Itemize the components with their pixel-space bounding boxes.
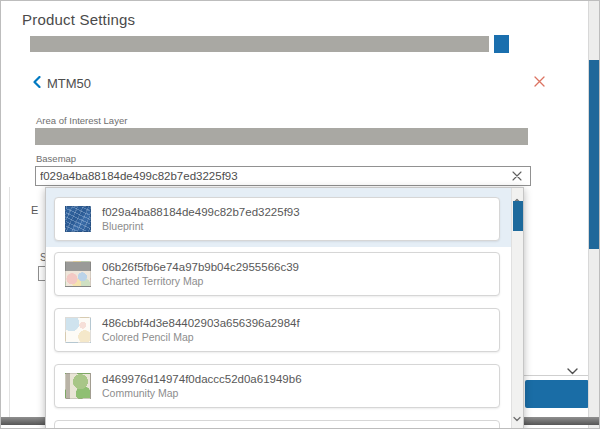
- progress-bar: [30, 36, 489, 52]
- basemap-item-id: f029a4ba88184de499c82b7ed3225f93: [102, 205, 300, 219]
- basemap-item-id: 06b26f5fb6e74a97b9b04c2955566c39: [102, 260, 299, 274]
- hidden-field-label-e: E: [31, 204, 38, 216]
- basemap-dropdown: f029a4ba88184de499c82b7ed3225f93 Bluepri…: [45, 187, 524, 429]
- basemap-item[interactable]: f029a4ba88184de499c82b7ed3225f93 Bluepri…: [54, 197, 500, 241]
- back-label: MTM50: [47, 76, 91, 91]
- product-settings-panel: Product Settings MTM50 Area of Interest …: [0, 0, 600, 429]
- primary-action-button[interactable]: [525, 380, 589, 408]
- back-button[interactable]: MTM50: [33, 74, 91, 92]
- basemap-thumbnail-icon: [65, 206, 91, 232]
- basemap-item-name: Colored Pencil Map: [102, 331, 300, 344]
- basemap-item-name: Blueprint: [102, 220, 300, 233]
- basemap-thumbnail-icon: [65, 373, 91, 399]
- flyout-left-edge: [9, 187, 10, 417]
- back-chevron-icon: [33, 74, 41, 92]
- basemap-item-name: Charted Territory Map: [102, 275, 299, 288]
- page-title: Product Settings: [22, 11, 135, 28]
- basemap-thumbnail-icon: [65, 261, 91, 287]
- basemap-label: Basemap: [36, 153, 76, 164]
- basemap-item-partial[interactable]: [54, 420, 500, 429]
- progress-handle: [494, 35, 509, 53]
- footer-divider: [524, 375, 590, 376]
- page-scrollbar-thumb[interactable]: [589, 60, 600, 249]
- close-button[interactable]: [529, 72, 549, 92]
- clear-input-button[interactable]: [509, 168, 525, 184]
- close-icon: [534, 73, 545, 91]
- basemap-item-id: 486cbbf4d3e84402903a656396a2984f: [102, 316, 300, 330]
- basemap-input[interactable]: [35, 166, 531, 186]
- basemap-item[interactable]: 486cbbf4d3e84402903a656396a2984f Colored…: [54, 308, 500, 352]
- basemap-item-name: Community Map: [102, 387, 302, 400]
- basemap-item[interactable]: d469976d14974f0daccc52d0a61949b6 Communi…: [54, 364, 500, 408]
- dropdown-scrollbar-thumb[interactable]: [513, 201, 523, 231]
- basemap-item[interactable]: 06b26f5fb6e74a97b9b04c2955566c39 Charted…: [54, 252, 500, 296]
- panel-scroll-down-icon[interactable]: [567, 361, 578, 379]
- basemap-item-id: d469976d14974f0daccc52d0a61949b6: [102, 372, 302, 386]
- dropdown-scrollbar-track[interactable]: [511, 188, 523, 429]
- clear-icon: [512, 167, 522, 185]
- aoi-layer-label: Area of Interest Layer: [36, 115, 127, 126]
- scroll-down-icon[interactable]: [513, 408, 521, 426]
- aoi-layer-field[interactable]: [35, 128, 528, 145]
- basemap-thumbnail-icon: [65, 317, 91, 343]
